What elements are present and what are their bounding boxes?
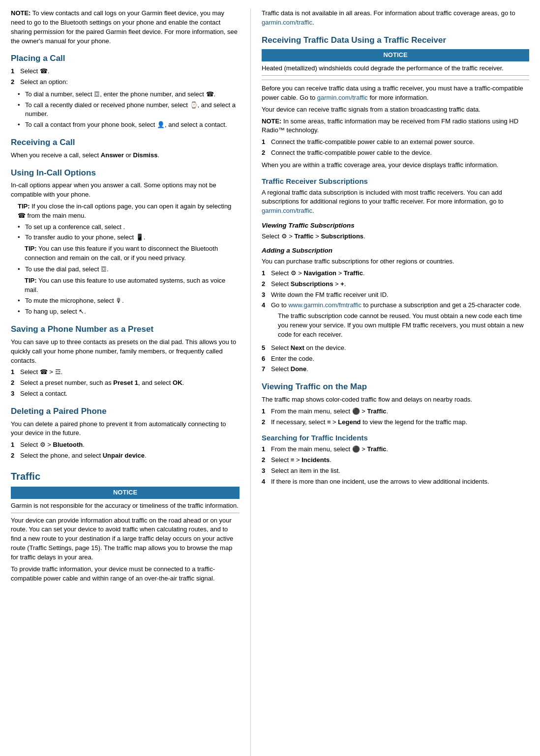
traffic-intro2: To provide traffic information, your dev… xyxy=(11,565,240,583)
in-call-intro: In-call options appear when you answer a… xyxy=(11,181,240,200)
bullet-text: To dial a number, select ☲, enter the ph… xyxy=(25,90,215,99)
tip-text: You can use this feature to use automate… xyxy=(25,277,225,293)
step-item: 3 Select a contact. xyxy=(11,389,240,399)
divider xyxy=(262,80,529,80)
step-item: 1 From the main menu, select ⚫ > Traffic… xyxy=(262,407,529,416)
step-item: 2 Select an option: xyxy=(11,78,240,87)
viewing-traffic-steps: 1 From the main menu, select ⚫ > Traffic… xyxy=(262,407,529,427)
receiving-para3: When you are within a traffic coverage a… xyxy=(262,161,529,170)
receiving-para2: Your device can receive traffic signals … xyxy=(262,105,529,115)
bullet-item: • To transfer audio to your phone, selec… xyxy=(18,233,240,242)
bullet-item: • To call a contact from your phone book… xyxy=(18,120,240,130)
step-num: 2 xyxy=(11,78,18,87)
bullet-item: • To mute the microphone, select 🎙. xyxy=(18,296,240,306)
bullet-item: • To use the dial pad, select ☲. xyxy=(18,265,240,274)
step-text: Select Subscriptions > +. xyxy=(271,280,346,289)
traffic-section-heading: Traffic xyxy=(11,469,240,484)
note-text: To view contacts and call logs on your G… xyxy=(11,9,238,45)
receiving-para1: Before you can receive traffic data usin… xyxy=(262,84,529,103)
step-text: Select ☎ > ☲. xyxy=(20,368,62,377)
placing-call-heading: Placing a Call xyxy=(11,53,240,65)
note-intro: NOTE: To view contacts and call logs on … xyxy=(11,9,240,46)
step-item: 4 Go to www.garmin.com/fmtraffic to purc… xyxy=(262,301,529,342)
paired-phone-steps: 1 Select ⚙ > Bluetooth. 2 Select the pho… xyxy=(11,440,240,461)
page-content: NOTE: To view contacts and call logs on … xyxy=(0,0,540,756)
step-text: Connect the traffic-compatible power cab… xyxy=(271,138,475,147)
preset-heading: Saving a Phone Number as a Preset xyxy=(11,323,240,336)
in-call-bullets: • To set up a conference call, select . … xyxy=(11,223,240,317)
step-item: 2 If necessary, select ≡ > Legend to vie… xyxy=(262,418,529,427)
receiving-notice-box: NOTICE xyxy=(262,49,529,61)
paired-phone-intro: You can delete a paired phone to prevent… xyxy=(11,420,240,438)
viewing-subs-text: Select ⚙ > Traffic > Subscriptions. xyxy=(262,232,529,241)
receiving-note: NOTE: In some areas, traffic information… xyxy=(262,117,529,136)
step-item: 3 Write down the FM traffic receiver uni… xyxy=(262,291,529,300)
step-text: Select Next on the device. xyxy=(271,344,346,353)
garmin-traffic-link2[interactable]: garmin.com/traffic xyxy=(317,94,368,101)
tip-text: If you close the in-call options page, y… xyxy=(18,203,231,219)
garmin-traffic-link3[interactable]: garmin.com/traffic xyxy=(262,207,312,214)
adding-sub-steps: 1 Select ⚙ > Navigation > Traffic. 2 Sel… xyxy=(262,269,529,374)
step-item: 1 Select ⚙ > Bluetooth. xyxy=(11,440,240,450)
in-call-heading: Using In-Call Options xyxy=(11,167,240,179)
bullet-item: • To call a recently dialed or received … xyxy=(18,101,240,119)
step-text: Select a contact. xyxy=(20,389,67,399)
viewing-traffic-map-intro: The traffic map shows color-coded traffi… xyxy=(262,395,529,405)
step-item: 7 Select Done. xyxy=(262,365,529,374)
garmin-fmtraffic-link[interactable]: www.garmin.com/fmtraffic xyxy=(288,301,361,309)
bullet-item: • To hang up, select ↖. xyxy=(18,307,240,317)
step-text: Select ⚙ > Bluetooth. xyxy=(20,440,85,450)
dialpad-tip: TIP: You can use this feature to use aut… xyxy=(25,276,240,295)
step-item: 2 Connect the traffic-compatible power c… xyxy=(262,148,529,158)
step-content: Go to www.garmin.com/fmtraffic to purcha… xyxy=(271,301,529,342)
step-item: 6 Enter the code. xyxy=(262,354,529,364)
preset-steps: 1 Select ☎ > ☲. 2 Select a preset number… xyxy=(11,368,240,399)
bullet-text: To set up a conference call, select . xyxy=(25,223,125,232)
step-item: 1 Connect the traffic-compatible power c… xyxy=(262,138,529,147)
notice-box: NOTICE xyxy=(11,487,240,499)
notice-content: Garmin is not responsible for the accura… xyxy=(11,499,240,513)
viewing-subs-heading: Viewing Traffic Subscriptions xyxy=(262,221,529,231)
step-num: 1 xyxy=(11,67,18,76)
adding-sub-intro: You can purchase traffic subscriptions f… xyxy=(262,257,529,266)
step-text: Select ⚙ > Navigation > Traffic. xyxy=(271,269,365,278)
adding-sub-heading: Adding a Subscription xyxy=(262,246,529,256)
preset-intro: You can save up to three contacts as pre… xyxy=(11,338,240,366)
step-text: Select the phone, and select Unpair devi… xyxy=(20,451,147,461)
paired-phone-heading: Deleting a Paired Phone xyxy=(11,406,240,418)
step-text: If there is more than one incident, use … xyxy=(271,477,489,487)
step-text: Select an item in the list. xyxy=(271,466,340,476)
receiving-notice-content: Heated (metallized) windshields could de… xyxy=(262,61,529,76)
step-item: 2 Select Subscriptions > +. xyxy=(262,280,529,289)
step-item: 3 Select an item in the list. xyxy=(262,466,529,476)
receiving-steps: 1 Connect the traffic-compatible power c… xyxy=(262,138,529,158)
step-text: Select a preset number, such as Preset 1… xyxy=(20,378,184,388)
in-call-tip: TIP: If you close the in-call options pa… xyxy=(18,202,240,221)
step-item: 1 Select ☎ > ☲. xyxy=(11,368,240,377)
step-text: Go to www.garmin.com/fmtraffic to purcha… xyxy=(271,301,521,309)
step-text: Select ≡ > Incidents. xyxy=(271,456,331,465)
receiving-traffic-heading: Receiving Traffic Data Using a Traffic R… xyxy=(262,34,529,47)
receiving-call-text: When you receive a call, select Answer o… xyxy=(11,151,240,160)
garmin-traffic-link[interactable]: garmin.com/traffic xyxy=(262,19,312,26)
traffic-note-intro: Traffic data is not available in all are… xyxy=(262,9,529,28)
step-item: 1 Select ⚙ > Navigation > Traffic. xyxy=(262,269,529,278)
right-column: Traffic data is not available in all are… xyxy=(251,9,540,756)
placing-call-steps: 1 Select ☎. 2 Select an option: xyxy=(11,67,240,87)
step-item: 2 Select a preset number, such as Preset… xyxy=(11,378,240,388)
step-text: Select Done. xyxy=(271,365,308,374)
bullet-text: To transfer audio to your phone, select … xyxy=(25,233,145,242)
step-text: From the main menu, select ⚫ > Traffic. xyxy=(271,445,388,454)
step-text: If necessary, select ≡ > Legend to view … xyxy=(271,418,467,427)
transfer-tip: TIP: You can use this feature if you wan… xyxy=(25,244,240,263)
step-text: Select ☎. xyxy=(20,67,49,76)
step-item: 1 From the main menu, select ⚫ > Traffic… xyxy=(262,445,529,454)
bullet-text: To use the dial pad, select ☲. xyxy=(25,265,109,274)
bullet-text: To hang up, select ↖. xyxy=(25,307,86,317)
step-item: 4 If there is more than one incident, us… xyxy=(262,477,529,487)
bullet-text: To call a recently dialed or received ph… xyxy=(25,101,240,119)
step-item: 1 Select ☎. xyxy=(11,67,240,76)
bullet-item: • To dial a number, select ☲, enter the … xyxy=(18,90,240,99)
bullet-text: To call a contact from your phone book, … xyxy=(25,120,227,130)
step-note: The traffic subscription code cannot be … xyxy=(278,312,529,340)
